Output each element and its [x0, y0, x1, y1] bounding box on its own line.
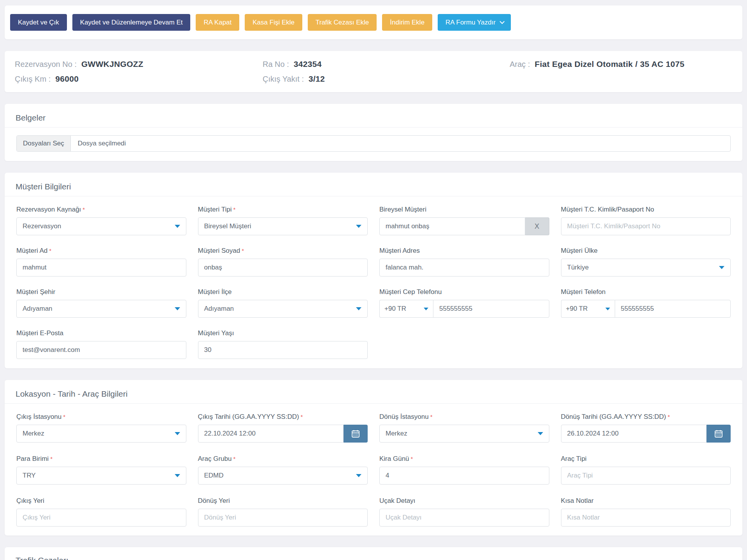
rental-title: Lokasyon - Tarih - Araç Bilgileri	[5, 380, 742, 404]
district-value: Adıyaman	[204, 305, 234, 313]
caret-down-icon	[424, 308, 428, 310]
field-email: Müşteri E-Posta	[16, 329, 186, 359]
documents-title: Belgeler	[5, 104, 742, 128]
customer-section: Müşteri Bilgileri Rezervasyon Kaynağı* R…	[5, 173, 742, 368]
required-asterisk: *	[411, 455, 413, 462]
caret-down-icon	[356, 474, 361, 477]
caret-down-icon	[605, 308, 610, 310]
caret-down-icon	[175, 225, 180, 228]
traffic-fines-section: Trafik Cezaları Ceza Tanım Ceza Tarihi M…	[5, 547, 742, 560]
vehicle-info: Araç : Fiat Egea Dizel Otomatik / 35 AC …	[510, 60, 732, 69]
ra-close-button[interactable]: RA Kapat	[196, 14, 239, 31]
customer-type-value: Bireysel Müşteri	[204, 222, 251, 230]
email-input[interactable]	[16, 341, 186, 359]
reservation-source-value: Rezervasyon	[23, 222, 61, 230]
pickup-date-calendar-button[interactable]	[344, 425, 368, 443]
caret-down-icon	[175, 474, 180, 477]
return-station-select[interactable]: Merkez	[379, 425, 549, 443]
phone-country-code-select[interactable]: +90 TR	[561, 300, 615, 318]
file-upload-input[interactable]: Dosyaları Seç Dosya seçilmedi	[16, 135, 731, 152]
save-continue-button[interactable]: Kaydet ve Düzenlemeye Devam Et	[72, 14, 191, 31]
caret-down-icon	[719, 266, 724, 269]
short-notes-input[interactable]	[561, 509, 731, 527]
field-district: Müşteri İlçe Adıyaman	[198, 288, 368, 318]
pickup-station-select[interactable]: Merkez	[16, 425, 186, 443]
out-fuel-label: Çıkış Yakıt :	[263, 75, 304, 84]
rental-section: Lokasyon - Tarih - Araç Bilgileri Çıkış …	[5, 380, 742, 536]
district-select[interactable]: Adıyaman	[198, 300, 368, 318]
discount-add-button[interactable]: İndirim Ekle	[382, 14, 432, 31]
mobile-phone-code-value: +90 TR	[384, 305, 406, 313]
reservation-source-select[interactable]: Rezervasyon	[16, 217, 186, 235]
field-individual-customer: Bireysel Müşteri X	[379, 206, 549, 235]
field-pickup-date: Çıkış Tarihi (GG.AA.YYYY SS:DD)*	[198, 413, 368, 443]
mobile-phone-country-code-select[interactable]: +90 TR	[379, 300, 433, 318]
field-pickup-station: Çıkış İstasyonu* Merkez	[16, 413, 186, 443]
cash-receipt-add-button[interactable]: Kasa Fişi Ekle	[245, 14, 302, 31]
save-exit-button[interactable]: Kaydet ve Çık	[10, 14, 67, 31]
field-flight-detail: Uçak Detayı	[379, 497, 549, 527]
country-select[interactable]: Türkiye	[561, 259, 731, 276]
age-input[interactable]	[198, 341, 368, 359]
field-address: Müşteri Adres	[379, 247, 549, 276]
mobile-phone-input[interactable]	[433, 300, 549, 318]
field-rental-days: Kira Günü*	[379, 455, 549, 485]
out-fuel-value: 3/12	[309, 74, 325, 84]
field-age: Müşteri Yaşı	[198, 329, 368, 359]
pickup-date-input[interactable]	[198, 425, 344, 443]
vehicle-group-select[interactable]: EDMD	[198, 467, 368, 485]
vehicle-value: Fiat Egea Dizel Otomatik / 35 AC 1075	[535, 60, 684, 69]
clear-icon[interactable]: X	[525, 217, 549, 235]
field-short-notes: Kısa Notlar	[561, 497, 731, 527]
field-mobile-phone: Müşteri Cep Telefonu +90 TR	[379, 288, 549, 318]
vehicle-label: Araç :	[510, 60, 530, 69]
customer-title: Müşteri Bilgileri	[5, 173, 742, 196]
last-name-input[interactable]	[198, 259, 368, 276]
required-asterisk: *	[50, 455, 53, 462]
caret-down-icon	[356, 307, 361, 310]
return-date-calendar-button[interactable]	[707, 425, 731, 443]
customer-type-select[interactable]: Bireysel Müşteri	[198, 217, 368, 235]
field-customer-type: Müşteri Tipi* Bireysel Müşteri	[198, 206, 368, 235]
out-fuel: Çıkış Yakıt : 3/12	[263, 74, 510, 84]
reservation-summary: Rezervasyon No : GWWKJNGOZZ Ra No : 3423…	[5, 51, 742, 92]
phone-input[interactable]	[615, 300, 731, 318]
required-asterisk: *	[49, 247, 51, 254]
traffic-fine-add-button[interactable]: Trafik Cezası Ekle	[308, 14, 377, 31]
pickup-place-input[interactable]	[16, 509, 186, 527]
rental-days-input[interactable]	[379, 467, 549, 485]
documents-section: Belgeler Dosyaları Seç Dosya seçilmedi	[5, 104, 742, 161]
reservation-no-label: Rezervasyon No :	[15, 60, 77, 69]
toolbar: Kaydet ve Çık Kaydet ve Düzenlemeye Deva…	[5, 5, 742, 39]
flight-detail-input[interactable]	[379, 509, 549, 527]
out-km-value: 96000	[55, 74, 79, 84]
individual-customer-input[interactable]	[379, 217, 525, 235]
vehicle-type-input[interactable]	[561, 467, 731, 485]
field-country: Müşteri Ülke Türkiye	[561, 247, 731, 276]
field-vehicle-group: Araç Grubu* EDMD	[198, 455, 368, 485]
vehicle-group-value: EDMD	[204, 472, 224, 480]
field-reservation-source: Rezervasyon Kaynağı* Rezervasyon	[16, 206, 186, 235]
required-asterisk: *	[301, 413, 303, 420]
field-city: Müşteri Şehir Adıyaman	[16, 288, 186, 318]
country-value: Türkiye	[567, 264, 589, 271]
return-place-input[interactable]	[198, 509, 368, 527]
field-phone: Müşteri Telefon +90 TR	[561, 288, 731, 318]
city-select[interactable]: Adıyaman	[16, 300, 186, 318]
print-ra-form-button[interactable]: RA Formu Yazdır	[438, 14, 511, 31]
out-km-label: Çıkış Km :	[15, 75, 51, 84]
field-last-name: Müşteri Soyad*	[198, 247, 368, 276]
field-first-name: Müşteri Ad*	[16, 247, 186, 276]
field-pickup-place: Çıkış Yeri	[16, 497, 186, 527]
phone-code-value: +90 TR	[566, 305, 588, 313]
return-date-input[interactable]	[561, 425, 707, 443]
required-asterisk: *	[430, 413, 433, 420]
address-input[interactable]	[379, 259, 549, 276]
currency-select[interactable]: TRY	[16, 467, 186, 485]
caret-down-icon	[175, 432, 180, 435]
national-id-input[interactable]	[561, 217, 731, 235]
choose-files-button[interactable]: Dosyaları Seç	[17, 136, 71, 151]
first-name-input[interactable]	[16, 259, 186, 276]
currency-value: TRY	[23, 472, 36, 480]
required-asterisk: *	[668, 413, 670, 420]
